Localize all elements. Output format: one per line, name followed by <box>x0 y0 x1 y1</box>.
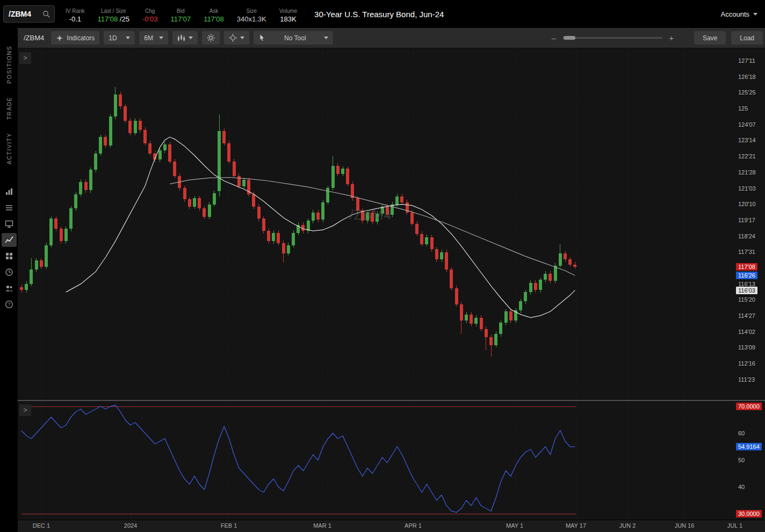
help-icon[interactable]: ? <box>2 297 17 311</box>
candles <box>20 87 576 356</box>
price-axis-label: 125'25 <box>738 89 756 96</box>
chevron-down-icon <box>324 37 328 39</box>
sidebar-tab-trade[interactable]: TRADE <box>6 97 12 120</box>
price-badge-light: 116'03 <box>736 287 757 294</box>
oscillator-badge-red: 30.0000 <box>736 510 762 518</box>
price-axis-label: 113'09 <box>738 344 755 351</box>
chart-watermark: /ZBM4 <box>350 207 392 223</box>
chevron-down-icon <box>753 13 757 16</box>
price-axis-label: 125 <box>738 105 748 112</box>
symbol-input[interactable]: /ZBM4 <box>3 5 55 23</box>
oscillator-panel-canvas[interactable] <box>18 401 735 520</box>
chart-region: /ZBM4 > 127'11126'18125'25125124'07123'1… <box>18 48 765 532</box>
people-icon[interactable] <box>2 281 17 295</box>
price-axis-label: 111'23 <box>738 376 755 383</box>
drawing-tool-dropdown[interactable]: No Tool <box>254 31 333 45</box>
instrument-title: 30-Year U.S. Treasury Bond, Jun-24 <box>314 10 444 19</box>
line-chart-icon[interactable] <box>2 233 17 247</box>
time-axis-label: JUN 16 <box>675 522 695 529</box>
time-axis[interactable]: DEC 12024FEB 1MAR 1APR 1MAY 1MAY 17JUN 2… <box>18 520 765 532</box>
time-axis-label: JUN 2 <box>619 522 636 529</box>
price-badge-red: 117'08 <box>736 263 757 271</box>
oscillator-line <box>21 405 575 513</box>
price-axis-label: 121'28 <box>738 169 756 176</box>
stat-value: -0'03 <box>142 15 158 24</box>
indicators-icon <box>56 34 63 42</box>
chevron-down-icon <box>189 37 193 39</box>
stat-label: Chg <box>145 7 155 15</box>
price-axis-label: 118'24 <box>738 233 755 239</box>
accounts-label: Accounts <box>721 10 749 18</box>
range-dropdown[interactable]: 6M <box>139 31 168 45</box>
price-axis-label: 114'27 <box>738 312 755 319</box>
chart-settings-button[interactable] <box>202 31 220 45</box>
list-icon[interactable] <box>2 201 17 215</box>
ma-slow-line <box>170 178 575 276</box>
price-axis-label: 124'07 <box>738 121 756 128</box>
time-axis-label: DEC 1 <box>33 522 50 529</box>
stat-ask: Ask117'08 <box>197 4 230 24</box>
price-axis-label: 115'20 <box>738 296 755 303</box>
chart-type-dropdown[interactable] <box>172 31 198 45</box>
main-panel-expander[interactable]: > <box>19 52 31 64</box>
price-axis-label: 126'18 <box>738 74 756 80</box>
zoom-out-button[interactable]: – <box>552 34 556 42</box>
price-axis-label: 121'03 <box>738 185 756 192</box>
stat-label: Volume <box>279 7 297 15</box>
quote-header: /ZBM4 IV Rank-0.1Last / Size117'08 /25Ch… <box>0 0 765 28</box>
app-window: /ZBM4 IV Rank-0.1Last / Size117'08 /25Ch… <box>0 0 765 532</box>
price-axis-label: 122'21 <box>738 153 756 159</box>
time-axis-label: APR 1 <box>405 522 422 529</box>
time-axis-label: MAY 1 <box>506 522 523 529</box>
symbol-text: /ZBM4 <box>9 10 31 18</box>
price-axis-label: 120'10 <box>738 201 756 207</box>
oscillator-badge-red: 70.0000 <box>736 403 762 410</box>
stat-bid: Bid117'07 <box>164 4 197 24</box>
gear-icon <box>207 34 215 42</box>
oscillator-badge-blue: 54.9164 <box>736 443 762 450</box>
zoom-in-button[interactable]: + <box>669 34 674 42</box>
time-axis-label: MAR 1 <box>313 522 331 529</box>
bar-chart-icon[interactable] <box>2 185 17 199</box>
toolbar-symbol-label: /ZBM4 <box>24 34 44 42</box>
zoom-slider-handle[interactable] <box>564 36 575 40</box>
stat-value: 183K <box>280 15 296 24</box>
stat-value: 117'07 <box>170 15 191 24</box>
indicators-label: Indicators <box>67 34 95 42</box>
price-axis-label: 117'31 <box>738 249 755 255</box>
stat-volume: Volume183K <box>273 4 304 24</box>
accounts-menu[interactable]: Accounts <box>721 10 757 18</box>
left-sidebar: POSITIONS TRADE ACTIVITY <box>0 28 18 532</box>
load-button[interactable]: Load <box>731 31 763 45</box>
oscillator-panel-expander[interactable]: > <box>19 404 31 416</box>
save-button[interactable]: Save <box>694 31 726 45</box>
stat-iv-rank: IV Rank-0.1 <box>59 4 91 24</box>
price-badge-blue: 116'26 <box>736 272 757 279</box>
stat-value: 117'08 <box>204 15 224 24</box>
zoom-slider[interactable] <box>562 37 662 39</box>
chevron-down-icon <box>126 37 130 39</box>
stat-label: Last / Size <box>101 7 126 15</box>
chevron-down-icon <box>159 37 163 39</box>
indicators-button[interactable]: Indicators <box>51 31 99 45</box>
stat-size: Size340x1.3K <box>230 4 273 24</box>
monitor-icon[interactable] <box>2 217 17 231</box>
stat-label: Ask <box>210 7 219 15</box>
oscillator-axis[interactable]: 60504070.000054.916430.0000 <box>735 401 765 520</box>
oscillator-axis-label: 60 <box>738 430 745 436</box>
price-chart-canvas[interactable] <box>18 48 735 400</box>
search-icon[interactable] <box>42 10 50 18</box>
clock-icon[interactable] <box>2 265 17 279</box>
grid-icon[interactable] <box>2 249 17 263</box>
crosshair-dropdown[interactable] <box>224 31 249 45</box>
price-axis[interactable]: 127'11126'18125'25125124'07123'14122'211… <box>735 48 765 400</box>
time-axis-label: FEB 1 <box>221 522 237 529</box>
stat-value: 117'08 /25 <box>98 15 129 24</box>
price-gridlines <box>41 48 735 400</box>
sidebar-tab-activity[interactable]: ACTIVITY <box>6 133 12 164</box>
timeframe-dropdown[interactable]: 1D <box>104 31 135 45</box>
sidebar-tab-positions[interactable]: POSITIONS <box>6 46 12 84</box>
price-axis-label: 114'02 <box>738 329 755 335</box>
chevron-down-icon <box>240 37 244 39</box>
quote-stats: IV Rank-0.1Last / Size117'08 /25Chg-0'03… <box>59 4 304 24</box>
